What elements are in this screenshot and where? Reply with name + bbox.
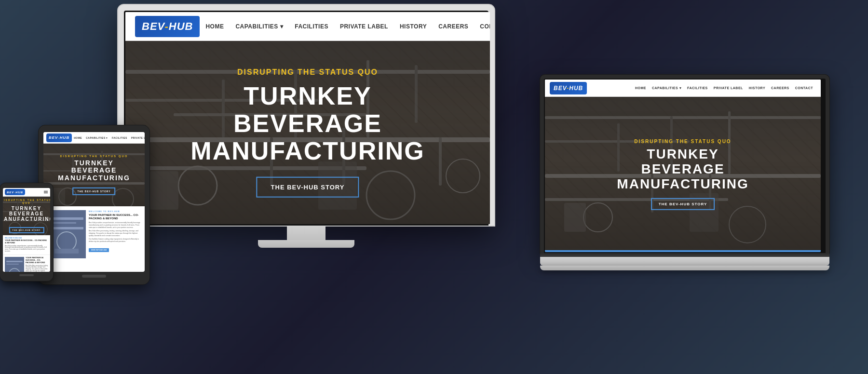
monitor-base <box>258 240 354 248</box>
nav-facilities[interactable]: FACILITIES <box>289 23 334 30</box>
laptop-base-top <box>540 257 829 266</box>
tablet-cta-button[interactable]: THE BEV-HUB STORY <box>72 187 115 195</box>
desktop-site: BEV-HUB HOME CAPABILITIES FACILITIES PRI… <box>125 12 490 224</box>
svg-point-14 <box>446 159 480 193</box>
svg-rect-40 <box>50 222 76 224</box>
phone-content-body2: Bev-Hub offers processing, testing, cann… <box>26 265 48 272</box>
hamburger-line2 <box>44 192 48 192</box>
svg-rect-17 <box>545 116 821 119</box>
tablet-nav: BEV-HUB HOME CAPABILITIES FACILITIES PRI… <box>43 132 145 144</box>
svg-rect-39 <box>50 217 83 220</box>
phone-hero-tagline: DISRUPTING THE STATUS QUO <box>3 199 50 204</box>
nav-capabilities[interactable]: CAPABILITIES <box>230 23 289 30</box>
svg-rect-41 <box>50 227 83 229</box>
laptop-nav-links: HOME CAPABILITIES FACILITIES PRIVATE LAB… <box>632 86 816 90</box>
laptop-device: BEV-HUB HOME CAPABILITIES FACILITIES PRI… <box>540 75 829 270</box>
laptop-hero: DISRUPTING THE STATUS QUO TURNKEY BEVERA… <box>545 97 821 252</box>
nav-private-label[interactable]: PRIVATE LABEL <box>334 23 394 30</box>
hero-tagline: DISRUPTING THE STATUS QUO <box>190 68 424 77</box>
desktop-hero: DISRUPTING THE STATUS QUO TURNKEY BEVERA… <box>125 41 490 224</box>
laptop-nav-capabilities[interactable]: CAPABILITIES <box>649 86 684 90</box>
phone-logo[interactable]: BEV-HUB <box>5 189 25 195</box>
logo-label: BEV-HUB <box>142 20 193 33</box>
nav-contact[interactable]: CONTACT <box>474 23 490 30</box>
laptop-hero-content: DISRUPTING THE STATUS QUO TURNKEY BEVERA… <box>614 139 752 210</box>
monitor-neck <box>287 226 326 240</box>
tablet-content-body2: Bev-Hub offers processing, testing, cann… <box>89 230 141 237</box>
desktop-logo[interactable]: BEV-HUB <box>135 16 200 37</box>
monitor-screen: BEV-HUB HOME CAPABILITIES FACILITIES PRI… <box>125 12 490 224</box>
phone-content-section: WELCOME TO BEV-HUB YOUR PARTNER IN SUCCE… <box>3 235 50 254</box>
laptop-nav-home[interactable]: HOME <box>632 86 649 90</box>
tablet-logo[interactable]: BEV-HUB <box>46 134 72 142</box>
tablet-content-body3: Our facilities feature cutting-edge equi… <box>89 238 141 243</box>
phone-content-body1: Bev-Hub provides comprehensive, environm… <box>5 245 48 253</box>
phone-content-text: YOUR PARTNER IN SUCCESS... CO-PACKING & … <box>26 257 48 272</box>
tablet-frame: BEV-HUB HOME CAPABILITIES FACILITIES PRI… <box>39 125 149 284</box>
laptop-nav-history[interactable]: HISTORY <box>746 86 768 90</box>
svg-rect-11 <box>439 137 442 186</box>
laptop-nav-private-label[interactable]: PRIVATE LABEL <box>711 86 746 90</box>
tablet-nav-home[interactable]: HOME <box>72 136 84 139</box>
laptop-nav-facilities[interactable]: FACILITIES <box>684 86 711 90</box>
laptop-logo-label: BEV-HUB <box>554 85 583 92</box>
laptop-bezel: BEV-HUB HOME CAPABILITIES FACILITIES PRI… <box>544 79 826 253</box>
tablet-home-bar <box>82 275 106 278</box>
tablet-nav-private-label[interactable]: PRIVATE LABEL <box>129 136 145 139</box>
phone-nav: BEV-HUB <box>3 188 50 197</box>
phone-screen: BEV-HUB <box>3 188 50 272</box>
laptop-accent-bar <box>545 250 821 252</box>
tablet-hero-tagline: DISRUPTING THE STATUS QUO <box>58 155 130 158</box>
desktop-nav-links: HOME CAPABILITIES FACILITIES PRIVATE LAB… <box>200 23 490 30</box>
phone-content-img-svg <box>5 257 24 272</box>
desktop-monitor: BEV-HUB HOME CAPABILITIES FACILITIES PRI… <box>118 5 494 248</box>
phone-content-image <box>5 257 24 272</box>
tablet-content-cta[interactable]: WORK WITH BEV-HUB <box>89 248 109 252</box>
laptop-nav: BEV-HUB HOME CAPABILITIES FACILITIES PRI… <box>545 80 821 97</box>
phone-hero: DISRUPTING THE STATUS QUO TURNKEY BEVERA… <box>3 197 50 235</box>
svg-rect-15 <box>149 171 178 210</box>
laptop-site: BEV-HUB HOME CAPABILITIES FACILITIES PRI… <box>545 80 821 252</box>
tablet-hero: DISRUPTING THE STATUS QUO TURNKEY BEVERA… <box>43 144 145 206</box>
tablet-content-body1: Bev-Hub provides comprehensive, environm… <box>89 222 141 229</box>
phone-cta-button[interactable]: THE BEV-HUB STORY <box>9 227 44 233</box>
tablet-welcome: WELCOME TO BEV-HUB <box>89 210 141 213</box>
svg-rect-28 <box>564 203 586 232</box>
laptop-hinge <box>540 253 829 257</box>
tablet-nav-facilities[interactable]: FACILITIES <box>110 136 129 139</box>
tablet-device: BEV-HUB HOME CAPABILITIES FACILITIES PRI… <box>39 125 149 284</box>
monitor-bezel: BEV-HUB HOME CAPABILITIES FACILITIES PRI… <box>124 11 488 226</box>
tablet-content-image <box>47 210 86 258</box>
tablet-content-img-svg <box>47 210 86 258</box>
laptop-hero-tagline: DISRUPTING THE STATUS QUO <box>614 139 752 144</box>
nav-history[interactable]: HISTORY <box>394 23 433 30</box>
desktop-nav: BEV-HUB HOME CAPABILITIES FACILITIES PRI… <box>125 12 490 41</box>
laptop-cta-button[interactable]: THE BEV-HUB STORY <box>651 198 715 210</box>
svg-rect-53 <box>6 264 19 265</box>
laptop-screen: BEV-HUB HOME CAPABILITIES FACILITIES PRI… <box>545 80 821 252</box>
phone-content-heading2: YOUR PARTNER IN SUCCESS... CO-PACKING & … <box>26 257 48 264</box>
svg-rect-52 <box>6 261 23 262</box>
tablet-nav-links: HOME CAPABILITIES FACILITIES PRIVATE LAB… <box>72 136 145 139</box>
desktop-hero-content: DISRUPTING THE STATUS QUO TURNKEY BEVERA… <box>190 68 424 198</box>
phone-logo-label: BEV-HUB <box>7 191 23 194</box>
hero-title: TURNKEY BEVERAGEMANUFACTURING <box>190 82 424 165</box>
laptop-base-bottom <box>540 266 829 270</box>
nav-home[interactable]: HOME <box>200 23 230 30</box>
svg-rect-43 <box>54 249 79 254</box>
phone-frame: BEV-HUB <box>0 183 53 281</box>
laptop-nav-careers[interactable]: CAREERS <box>768 86 792 90</box>
phone-content-section2: YOUR PARTNER IN SUCCESS... CO-PACKING & … <box>3 254 50 272</box>
phone-hamburger[interactable] <box>43 190 48 194</box>
phone-home-indicator <box>19 274 34 276</box>
tablet-site: BEV-HUB HOME CAPABILITIES FACILITIES PRI… <box>43 132 145 272</box>
phone-content-heading: YOUR PARTNER IN SUCCESS... CO-PACKING & … <box>5 240 48 244</box>
tablet-nav-capabilities[interactable]: CAPABILITIES <box>84 136 110 139</box>
hamburger-line1 <box>44 191 48 191</box>
laptop-nav-contact[interactable]: CONTACT <box>792 86 816 90</box>
tablet-screen: BEV-HUB HOME CAPABILITIES FACILITIES PRI… <box>43 132 145 272</box>
laptop-logo[interactable]: BEV-HUB <box>550 82 587 94</box>
nav-careers[interactable]: CAREERS <box>433 23 474 30</box>
hero-cta-button[interactable]: THE BEV-HUB STORY <box>257 176 359 197</box>
tablet-hero-content: DISRUPTING THE STATUS QUO TURNKEY BEVERA… <box>58 155 130 195</box>
